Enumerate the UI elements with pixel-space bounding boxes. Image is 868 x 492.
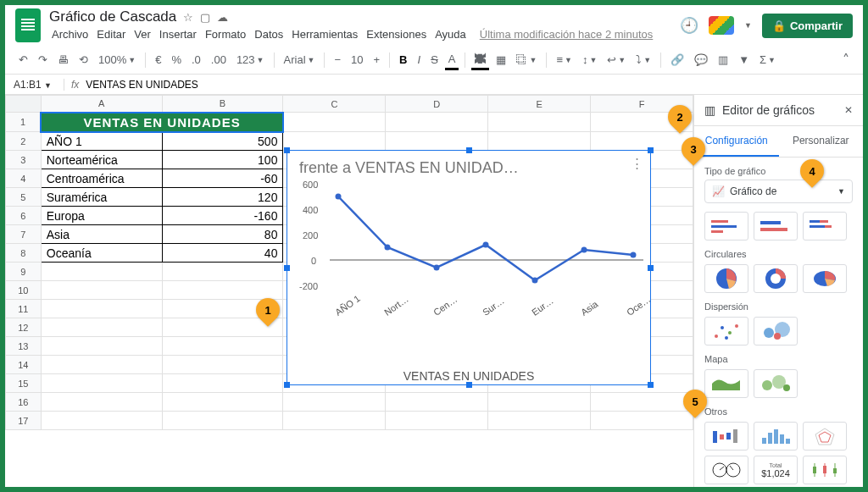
embedded-chart[interactable]: ⋮ frente a VENTAS EN UNIDAD… 600 400 200…	[287, 150, 651, 385]
chart-thumb-donut[interactable]	[754, 264, 798, 293]
folder-icon[interactable]: ▢	[200, 11, 210, 24]
col-C[interactable]: C	[283, 96, 386, 113]
table-row[interactable]: AÑO 1	[41, 132, 162, 151]
table-row[interactable]: Suramérica	[41, 188, 162, 207]
dec-dec[interactable]: .0	[188, 51, 204, 69]
chart-thumb-radar[interactable]	[803, 422, 847, 451]
formula-content[interactable]: VENTAS EN UNIDADES	[86, 79, 198, 91]
chart-plot	[330, 184, 643, 294]
svg-point-6	[581, 247, 587, 253]
table-row[interactable]: Europa	[41, 207, 162, 225]
cloud-icon[interactable]: ☁	[217, 11, 228, 24]
font-dec[interactable]: −	[331, 51, 344, 69]
svg-rect-35	[733, 429, 737, 443]
chart-thumb-bubble[interactable]	[754, 317, 798, 346]
chart-thumb-scatter[interactable]	[704, 317, 748, 346]
chart-editor-sidebar: ▥Editor de gráficos ✕ Configuración Pers…	[693, 95, 863, 487]
section-dispersion: Dispersión	[704, 301, 853, 312]
bold[interactable]: B	[396, 51, 410, 69]
section-circulares: Circulares	[704, 249, 853, 259]
zoom[interactable]: 100%▼	[95, 51, 139, 69]
table-header-cell[interactable]: VENTAS EN UNIDADES	[41, 113, 283, 132]
chart-thumb-candlestick[interactable]	[803, 456, 847, 484]
wrap-icon[interactable]: ↩▼	[604, 51, 629, 69]
spreadsheet[interactable]: A B C D E F 1 VENTAS EN UNIDADES 2AÑO 15…	[5, 95, 693, 487]
chart-thumb-pie[interactable]	[704, 264, 748, 293]
chart-thumb-bar3[interactable]	[803, 212, 847, 240]
chart-thumb-pie3d[interactable]	[803, 264, 847, 293]
chart-thumb-bar1[interactable]	[704, 212, 748, 240]
inc-dec[interactable]: .00	[208, 51, 230, 69]
more-format[interactable]: 123▼	[233, 51, 268, 69]
table-row[interactable]: Norteamérica	[41, 151, 162, 169]
chart-thumb-scorecard[interactable]: Total$1,024	[754, 456, 798, 484]
col-B[interactable]: B	[162, 96, 283, 113]
redo-icon[interactable]: ↷	[35, 51, 51, 69]
comment-icon[interactable]: 💬	[691, 51, 711, 69]
rotate-icon[interactable]: ⤵▼	[632, 51, 654, 69]
chart-thumb-gauge[interactable]	[704, 456, 748, 484]
table-row[interactable]: Oceanía	[41, 244, 162, 263]
doc-title[interactable]: Gráfico de Cascada ☆ ▢ ☁	[49, 8, 671, 25]
menu-ver[interactable]: Ver	[131, 26, 153, 42]
history-icon[interactable]: 🕘	[680, 16, 698, 35]
text-color[interactable]: A	[445, 50, 459, 70]
percent[interactable]: %	[168, 51, 185, 69]
menu-archivo[interactable]: Archivo	[49, 26, 91, 42]
font[interactable]: Arial▼	[281, 51, 319, 69]
select-all[interactable]	[6, 96, 42, 113]
valign-icon[interactable]: ↕▼	[579, 51, 600, 69]
meet-dropdown[interactable]: ▼	[744, 21, 752, 30]
link-icon[interactable]: 🔗	[667, 51, 687, 69]
filter-icon[interactable]: ▼	[735, 51, 753, 69]
chart-type-select[interactable]: 📈 Gráfico de ▼	[704, 180, 853, 203]
tab-custom[interactable]: Personalizar	[779, 126, 864, 157]
last-edit[interactable]: Última modificación hace 2 minutos	[477, 26, 655, 42]
header: Gráfico de Cascada ☆ ▢ ☁ Archivo Editar …	[5, 5, 863, 46]
currency[interactable]: €	[152, 51, 164, 69]
borders-icon[interactable]: ▦	[492, 51, 509, 69]
col-E[interactable]: E	[488, 96, 591, 113]
svg-point-1	[336, 194, 342, 200]
font-inc[interactable]: +	[370, 51, 384, 69]
chart-thumb-waterfall[interactable]	[704, 422, 748, 451]
functions-icon[interactable]: Σ▼	[756, 51, 779, 69]
table-row[interactable]: Centroamérica	[41, 169, 162, 188]
fill-color-icon[interactable]: 🞺	[471, 50, 489, 70]
menu-ayuda[interactable]: Ayuda	[432, 26, 469, 42]
chart-thumb-geo1[interactable]	[704, 369, 748, 398]
menu-editar[interactable]: Editar	[94, 26, 128, 42]
strike[interactable]: S	[427, 51, 442, 69]
col-D[interactable]: D	[386, 96, 488, 113]
italic[interactable]: I	[415, 51, 425, 69]
tab-config[interactable]: Configuración	[694, 126, 779, 157]
close-icon[interactable]: ✕	[844, 104, 853, 116]
menu-herramientas[interactable]: Herramientas	[289, 26, 360, 42]
svg-rect-14	[820, 220, 828, 223]
chart-thumb-bar2[interactable]	[754, 212, 798, 240]
star-icon[interactable]: ☆	[183, 11, 193, 24]
menu-extensiones[interactable]: Extensiones	[364, 26, 429, 42]
col-A[interactable]: A	[41, 96, 162, 113]
table-row[interactable]: Asia	[41, 225, 162, 244]
sheets-logo[interactable]	[15, 8, 41, 42]
menu-insertar[interactable]: Insertar	[157, 26, 199, 42]
menu-formato[interactable]: Formato	[203, 26, 248, 42]
meet-icon[interactable]	[709, 16, 734, 35]
collapse-toolbar-icon[interactable]: ˄	[839, 49, 853, 70]
merge-icon[interactable]: ⿻▼	[513, 51, 540, 69]
font-size[interactable]: 10	[348, 51, 366, 69]
chart-thumb-histogram[interactable]	[754, 422, 798, 451]
row-1[interactable]: 1	[6, 113, 42, 132]
chart-thumb-geo2[interactable]	[754, 369, 798, 398]
svg-point-31	[783, 384, 790, 391]
insert-chart-icon[interactable]: ▥	[715, 51, 732, 69]
share-button[interactable]: 🔒 Compartir	[762, 14, 853, 38]
menu-datos[interactable]: Datos	[252, 26, 286, 42]
cell-reference[interactable]: A1:B1 ▼	[14, 79, 64, 91]
halign-icon[interactable]: ≡▼	[553, 51, 576, 69]
chart-menu-icon[interactable]: ⋮	[631, 156, 643, 171]
paint-icon[interactable]: ⟲	[75, 51, 92, 69]
undo-icon[interactable]: ↶	[15, 51, 31, 69]
print-icon[interactable]: 🖶	[54, 51, 72, 69]
